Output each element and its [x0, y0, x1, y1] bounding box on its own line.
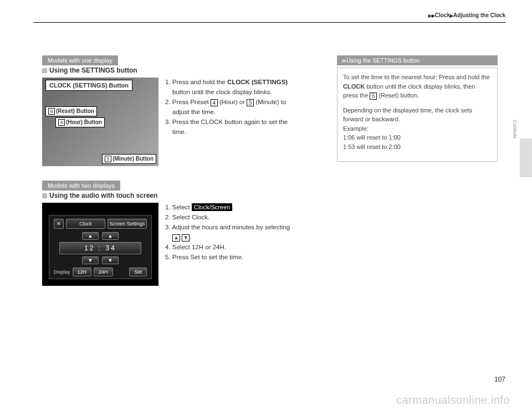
label-hour-button: 4(Hour) Button — [55, 117, 105, 127]
watermark: carmanualsonline.info — [396, 394, 510, 407]
minute-up-button[interactable]: ▲ — [102, 232, 119, 240]
breadcrumb: ▶▶Clock▶Adjusting the Clock — [428, 12, 505, 18]
figure-dashboard: CLOCK (SETTINGS) Button 6(Reset) Button … — [42, 78, 158, 166]
square-bullet-icon — [42, 68, 47, 73]
keycap-4-icon: 4 — [211, 99, 218, 106]
sidebar-heading: ≫Using the SETTINGS button — [337, 55, 498, 65]
button-set[interactable]: Set — [129, 268, 147, 276]
section-title-settings: Using the SETTINGS button — [42, 66, 321, 74]
hour-down-button[interactable]: ▼ — [82, 256, 99, 264]
square-bullet-icon — [42, 193, 47, 198]
sidebar: ≫Using the SETTINGS button To set the ti… — [337, 55, 498, 300]
top-rule — [33, 22, 505, 23]
side-tab — [520, 138, 532, 177]
label-clock-button: CLOCK (SETTINGS) Button — [45, 80, 132, 91]
sidebar-body: To set the time to the nearest hour: Pre… — [337, 68, 498, 162]
page-number: 107 — [494, 376, 505, 383]
button-12h[interactable]: 12H — [73, 268, 92, 276]
minute-down-button[interactable]: ▼ — [102, 256, 119, 264]
close-icon[interactable]: ✕ — [54, 219, 64, 229]
steps-settings: 1. Press and hold the CLOCK (SETTINGS) b… — [165, 78, 288, 166]
keycap-6-icon: 6 — [48, 108, 55, 115]
clock-screen-button-ref: Clock/Screen — [192, 203, 232, 211]
badge-two-displays: Models with two displays — [42, 181, 120, 191]
tab-screen-settings[interactable]: Screen Settings — [108, 219, 147, 229]
side-tab-label: Controls — [512, 120, 518, 138]
keycap-5-icon: 5 — [105, 156, 111, 162]
button-24h[interactable]: 24H — [94, 268, 113, 276]
figure-touchscreen: ✕ Clock Screen Settings ▲ ▲ 12 : 34 ▼ ▼ — [42, 203, 158, 286]
badge-one-display: Models with one display — [42, 55, 118, 65]
keycap-5-icon: 5 — [247, 99, 254, 106]
steps-touch: 1. Select Clock/Screen. 2. Select Clock.… — [165, 203, 290, 286]
up-arrow-icon: ▲ — [172, 234, 180, 242]
main-content: Models with one display Using the SETTIN… — [42, 55, 321, 300]
label-reset-button: 6(Reset) Button — [45, 106, 97, 116]
section-title-touch: Using the audio with touch screen — [42, 192, 321, 199]
keycap-4-icon: 4 — [58, 119, 65, 126]
keycap-6-icon: 6 — [370, 93, 377, 100]
down-arrow-icon: ▼ — [182, 234, 190, 242]
display-label: Display — [54, 269, 70, 275]
tab-clock[interactable]: Clock — [66, 219, 105, 229]
time-display: 12 : 34 — [59, 242, 141, 254]
label-minute-button: 5(Minute) Button — [102, 154, 156, 164]
hour-up-button[interactable]: ▲ — [82, 232, 99, 240]
